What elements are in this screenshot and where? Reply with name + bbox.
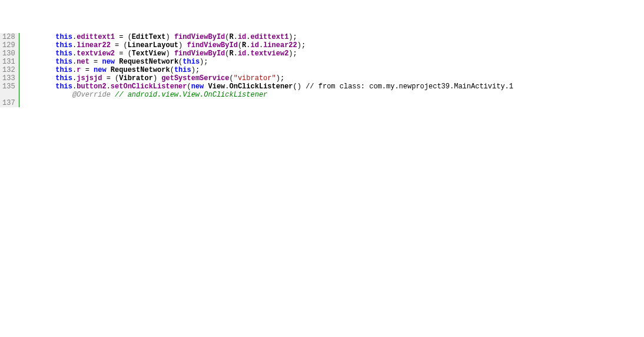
line-number: 131 [2, 58, 15, 66]
code-editor: 128129130131132133135 137 this.edittext1… [0, 33, 644, 107]
line-number: 128 [2, 33, 15, 41]
line-number: 137 [2, 99, 15, 107]
code-line[interactable]: this.net = new RequestNetwork(this); [22, 58, 513, 66]
code-line[interactable]: this.r = new RequestNetwork(this); [22, 66, 513, 74]
code-line[interactable]: this.linear22 = (LinearLayout) findViewB… [22, 41, 513, 49]
code-line[interactable]: this.textview2 = (TextView) findViewById… [22, 49, 513, 58]
line-number: 133 [2, 74, 15, 82]
code-line[interactable]: this.jsjsjd = (Vibrator) getSystemServic… [22, 74, 513, 82]
code-area[interactable]: this.edittext1 = (EditText) findViewById… [19, 33, 513, 107]
line-number [2, 91, 15, 99]
line-number: 130 [2, 49, 15, 58]
line-number: 135 [2, 82, 15, 91]
line-number: 132 [2, 66, 15, 74]
code-line[interactable]: @Override // android.view.View.OnClickLi… [22, 91, 513, 99]
code-line[interactable]: this.edittext1 = (EditText) findViewById… [22, 33, 513, 41]
code-line[interactable]: this.button2.setOnClickListener(new View… [22, 82, 513, 91]
line-number: 129 [2, 41, 15, 49]
line-number-gutter: 128129130131132133135 137 [0, 33, 19, 107]
